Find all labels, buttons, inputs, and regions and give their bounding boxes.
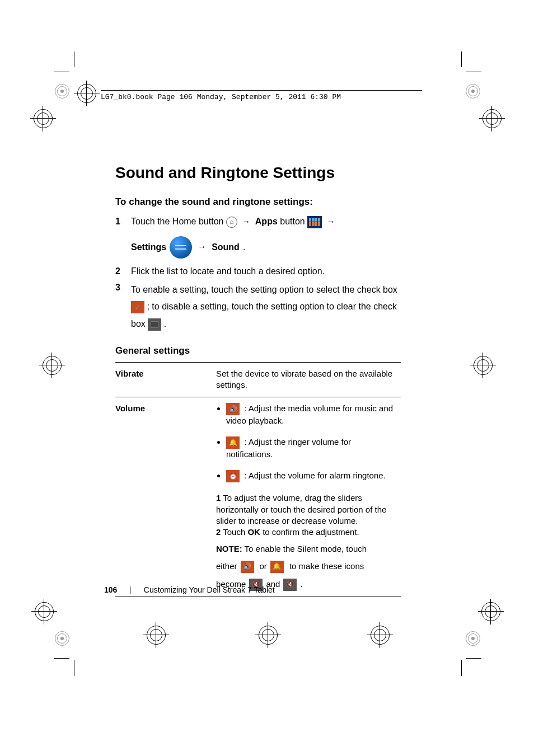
step-1: 1 Touch the Home button ⌂ → Apps button … xyxy=(115,215,401,259)
registration-target-icon xyxy=(466,631,480,646)
crop-mark xyxy=(74,660,74,676)
settings-label: Settings xyxy=(131,241,166,253)
text: : Adjust the media volume for music and … xyxy=(226,403,393,425)
header-rule xyxy=(101,90,422,91)
text: to confirm the adjustment. xyxy=(263,527,359,537)
step-text: . xyxy=(164,319,166,328)
checkbox-unchecked-icon xyxy=(148,318,161,331)
header-filename: LG7_bk0.book Page 106 Monday, September … xyxy=(101,93,414,101)
step-3: 3 To enable a setting, touch the setting… xyxy=(115,281,401,332)
registration-mark-icon xyxy=(43,356,62,375)
alarm-volume-icon: ⏰ xyxy=(226,470,240,482)
inner-step-num: 2 xyxy=(216,527,221,537)
text: . xyxy=(300,579,302,590)
crop-mark xyxy=(461,660,462,676)
media-volume-icon: 🔊 xyxy=(241,561,254,573)
registration-target-icon xyxy=(466,84,480,98)
setting-name: Volume xyxy=(115,397,216,597)
text: Touch xyxy=(223,527,247,537)
arrow-icon: → xyxy=(242,217,250,226)
note-label: NOTE: xyxy=(216,544,242,553)
checkbox-checked-icon: ✓ xyxy=(131,301,144,313)
ringer-volume-icon: 🔔 xyxy=(270,561,284,573)
table-row: Volume 🔊 : Adjust the media volume for m… xyxy=(115,397,401,597)
crop-mark xyxy=(466,72,481,72)
crop-mark xyxy=(54,72,69,72)
table-row: Vibrate Set the device to vibrate based … xyxy=(115,363,401,397)
text: To enable the Silent mode, touch xyxy=(245,544,367,553)
crop-mark xyxy=(461,51,462,67)
ringer-muted-icon: 🔇 xyxy=(283,579,297,591)
setting-name: Vibrate xyxy=(115,363,216,397)
chapter-title: Customizing Your Dell Streak 7 Tablet xyxy=(144,585,275,594)
registration-mark-icon xyxy=(474,356,493,375)
steps-list: 1 Touch the Home button ⌂ → Apps button … xyxy=(115,215,401,333)
settings-table: Vibrate Set the device to vibrate based … xyxy=(115,362,401,597)
inner-step: 1 To adjust the volume, drag the sliders… xyxy=(216,492,397,527)
note-block: NOTE: To enable the Silent mode, touch e… xyxy=(216,543,397,590)
page: LG7_bk0.book Page 106 Monday, September … xyxy=(0,0,534,756)
registration-mark-icon xyxy=(371,626,390,645)
page-title: Sound and Ringtone Settings xyxy=(115,162,401,184)
step-text: Flick the list to locate and touch a des… xyxy=(131,265,401,278)
settings-icon xyxy=(170,236,192,259)
crop-mark xyxy=(54,658,69,659)
page-footer: 106 | Customizing Your Dell Streak 7 Tab… xyxy=(104,585,275,594)
text: either xyxy=(216,561,237,572)
apps-icon xyxy=(307,216,322,228)
arrow-icon: → xyxy=(327,217,335,226)
content-body: Sound and Ringtone Settings To change th… xyxy=(115,162,401,597)
page-number: 106 xyxy=(104,585,117,594)
home-icon: ⌂ xyxy=(226,217,237,228)
text: : Adjust the volume for alarm ringtone. xyxy=(244,471,386,480)
step-number: 3 xyxy=(115,281,131,332)
step-number: 2 xyxy=(115,265,131,278)
list-item: 🔔 : Adjust the ringer volume for notific… xyxy=(226,436,397,460)
text: To adjust the volume, drag the sliders h… xyxy=(216,493,386,525)
inner-step: 2 Touch OK to confirm the adjustment. xyxy=(216,527,397,538)
crop-mark xyxy=(74,51,74,67)
sound-label: Sound xyxy=(212,241,240,253)
setting-description: 🔊 : Adjust the media volume for music an… xyxy=(216,397,401,597)
registration-mark-icon xyxy=(259,626,278,645)
text: or xyxy=(260,561,267,572)
step-text: Touch the Home button xyxy=(131,217,226,226)
apps-label: Apps xyxy=(255,217,278,226)
setting-description: Set the device to vibrate based on the a… xyxy=(216,363,401,397)
registration-mark-icon xyxy=(147,626,166,645)
registration-mark-icon xyxy=(77,84,96,103)
list-item: ⏰ : Adjust the volume for alarm ringtone… xyxy=(226,470,397,482)
registration-mark-icon xyxy=(481,602,500,621)
step-text: ; to disable a setting, touch the settin… xyxy=(131,302,397,328)
registration-mark-icon xyxy=(483,109,502,128)
procedure-heading: To change the sound and ringtone setting… xyxy=(115,196,401,209)
registration-mark-icon xyxy=(34,109,53,128)
arrow-icon: → xyxy=(198,241,206,252)
registration-target-icon xyxy=(55,84,69,98)
step-text: button xyxy=(280,217,307,226)
inner-step-num: 1 xyxy=(216,493,221,503)
media-volume-icon: 🔊 xyxy=(226,403,240,415)
ringer-volume-icon: 🔔 xyxy=(226,436,240,449)
section-heading: General settings xyxy=(115,345,401,358)
separator: | xyxy=(129,585,132,594)
list-item: 🔊 : Adjust the media volume for music an… xyxy=(226,403,397,426)
text: : Adjust the ringer volume for notificat… xyxy=(226,437,351,459)
text: to make these icons xyxy=(289,561,364,572)
step-text: To enable a setting, touch the setting o… xyxy=(131,285,397,294)
step-2: 2 Flick the list to locate and touch a d… xyxy=(115,265,401,278)
step-number: 1 xyxy=(115,215,131,259)
ok-label: OK xyxy=(247,527,260,537)
registration-mark-icon xyxy=(35,602,54,621)
crop-mark xyxy=(466,658,481,659)
registration-target-icon xyxy=(55,631,69,646)
